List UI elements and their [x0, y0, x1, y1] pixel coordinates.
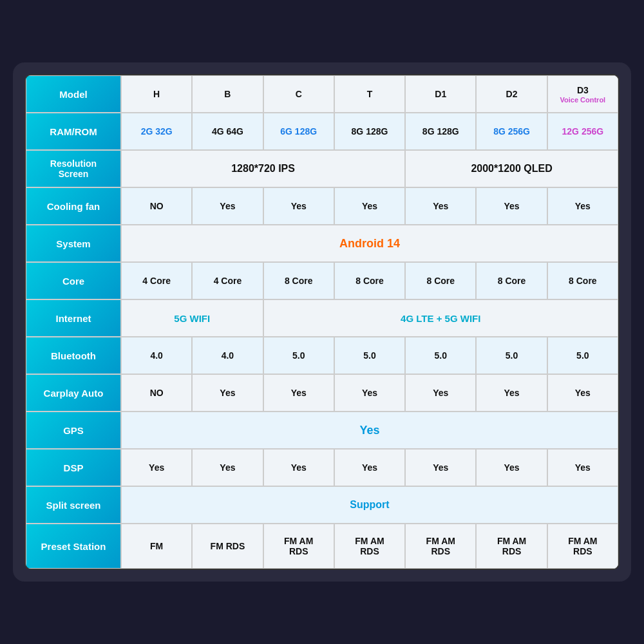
dsp-t: Yes [334, 449, 405, 486]
dsp-b: Yes [192, 449, 263, 486]
carplay-c: Yes [263, 374, 334, 412]
core-b: 4 Core [192, 262, 263, 299]
cooling-d1: Yes [405, 187, 476, 225]
cooling-h: NO [121, 187, 192, 225]
header-d3: D3 Voice Control [547, 75, 618, 113]
dsp-h: Yes [121, 449, 192, 486]
ram-d1: 8G 128G [405, 113, 476, 150]
core-t: 8 Core [334, 262, 405, 299]
core-h: 4 Core [121, 262, 192, 299]
bt-h: 4.0 [121, 337, 192, 374]
preset-d2: FM AM RDS [476, 524, 547, 569]
dsp-c: Yes [263, 449, 334, 486]
header-feature: Model [26, 75, 121, 113]
bt-d2: 5.0 [476, 337, 547, 374]
header-d1: D1 [405, 75, 476, 113]
label-internet: Internet [26, 299, 121, 337]
core-d3: 8 Core [547, 262, 618, 299]
bt-d3: 5.0 [547, 337, 618, 374]
carplay-b: Yes [192, 374, 263, 412]
table-grid: Model H B C T D1 D2 D3 Voice Control [26, 75, 618, 569]
preset-d1: FM AM RDS [405, 524, 476, 569]
carplay-h: NO [121, 374, 192, 412]
header-b: B [192, 75, 263, 113]
preset-c: FM AM RDS [263, 524, 334, 569]
gps-value: Yes [121, 412, 618, 449]
carplay-d1: Yes [405, 374, 476, 412]
cooling-c: Yes [263, 187, 334, 225]
header-d2: D2 [476, 75, 547, 113]
ram-c: 6G 128G [263, 113, 334, 150]
bt-c: 5.0 [263, 337, 334, 374]
bt-b: 4.0 [192, 337, 263, 374]
ram-b: 4G 64G [192, 113, 263, 150]
preset-h: FM [121, 524, 192, 569]
carplay-d2: Yes [476, 374, 547, 412]
preset-t: FM AM RDS [334, 524, 405, 569]
cooling-b: Yes [192, 187, 263, 225]
label-ram-rom: RAM/ROM [26, 113, 121, 150]
carplay-t: Yes [334, 374, 405, 412]
cooling-d3: Yes [547, 187, 618, 225]
carplay-d3: Yes [547, 374, 618, 412]
header-t: T [334, 75, 405, 113]
core-c: 8 Core [263, 262, 334, 299]
label-dsp: DSP [26, 449, 121, 486]
ram-h: 2G 32G [121, 113, 192, 150]
preset-d3: FM AM RDS [547, 524, 618, 569]
ram-d3: 12G 256G [547, 113, 618, 150]
cooling-d2: Yes [476, 187, 547, 225]
dsp-d3: Yes [547, 449, 618, 486]
ram-d2: 8G 256G [476, 113, 547, 150]
label-preset: Preset Station [26, 524, 121, 569]
resolution-ips: 1280*720 IPS [121, 150, 405, 187]
label-carplay: Carplay Auto [26, 374, 121, 412]
dsp-d2: Yes [476, 449, 547, 486]
label-split: Split screen [26, 486, 121, 524]
header-h: H [121, 75, 192, 113]
comparison-table: Model H B C T D1 D2 D3 Voice Control [24, 74, 620, 570]
label-system: System [26, 225, 121, 262]
core-d2: 8 Core [476, 262, 547, 299]
label-cooling: Cooling fan [26, 187, 121, 225]
label-gps: GPS [26, 412, 121, 449]
system-value: Android 14 [121, 225, 618, 262]
internet-rest: 4G LTE + 5G WIFI [263, 299, 618, 337]
internet-hb: 5G WIFI [121, 299, 263, 337]
label-bluetooth: Bluetooth [26, 337, 121, 374]
header-c: C [263, 75, 334, 113]
split-value: Support [121, 486, 618, 524]
cooling-t: Yes [334, 187, 405, 225]
dsp-d1: Yes [405, 449, 476, 486]
preset-b: FM RDS [192, 524, 263, 569]
label-core: Core [26, 262, 121, 299]
core-d1: 8 Core [405, 262, 476, 299]
outer-wrapper: Model H B C T D1 D2 D3 Voice Control [13, 62, 631, 582]
bt-d1: 5.0 [405, 337, 476, 374]
resolution-qled: 2000*1200 QLED [405, 150, 618, 187]
bt-t: 5.0 [334, 337, 405, 374]
ram-t: 8G 128G [334, 113, 405, 150]
label-resolution: Resolution Screen [26, 150, 121, 187]
